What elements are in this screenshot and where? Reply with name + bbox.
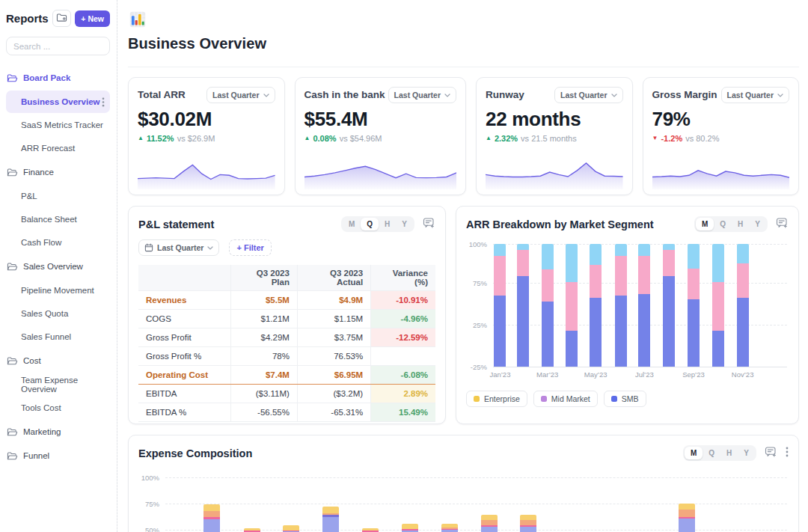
sidebar-folder-marketing[interactable]: Marketing (6, 420, 110, 444)
sidebar-item-business-overview[interactable]: Business Overview (6, 91, 110, 113)
pnl-comment-button[interactable] (423, 217, 435, 231)
pnl-row-gross-profit: Gross Profit$4.29M$3.75M-12.59% (138, 328, 435, 347)
arr-segment-smb (615, 296, 627, 367)
new-report-button[interactable]: + New (75, 10, 110, 27)
sidebar-item-cash-flow[interactable]: Cash Flow (6, 231, 110, 254)
sidebar-item-balance-sheet[interactable]: Balance Sheet (6, 208, 110, 230)
comment-plus-icon (423, 217, 435, 231)
kebab-menu-icon[interactable] (102, 97, 105, 107)
sidebar-folder-board-pack[interactable]: Board Pack (6, 66, 110, 90)
y-axis-tick: -25% (466, 363, 487, 371)
legend-item-smb[interactable]: SMB (604, 391, 646, 407)
arr-granularity-h[interactable]: H (732, 218, 749, 230)
sidebar-item-p-l[interactable]: P&L (6, 185, 110, 207)
arr-granularity-y[interactable]: Y (749, 218, 766, 230)
kpi-card-header: Cash in the bankLast Quarter (304, 87, 456, 103)
sidebar-folder-finance[interactable]: Finance (6, 160, 110, 184)
sidebar-item-pipeline-movement[interactable]: Pipeline Movement (6, 279, 110, 302)
expense-granularity-h[interactable]: H (720, 447, 738, 459)
arr-header: ARR Breakdown by Market Segment MQHY (466, 216, 789, 232)
expense-title: Expense Composition (138, 447, 252, 459)
sidebar-folder-label: Cost (23, 356, 41, 365)
expense-comment-button[interactable] (765, 446, 777, 460)
pnl-row-ebitda: EBITDA($3.11M)($3.2M)2.89% (138, 385, 435, 403)
pnl-cell-actual: $3.75M (297, 328, 370, 347)
x-axis-tick: Nov’23 (732, 370, 754, 379)
kpi-period-dropdown[interactable]: Last Quarter (554, 87, 622, 103)
arr-segment-smb (737, 298, 749, 367)
y-axis-tick: 75% (466, 279, 487, 287)
pnl-granularity-y[interactable]: Y (396, 218, 413, 230)
expense-granularity-y[interactable]: Y (738, 447, 755, 459)
expense-segment-salmon (203, 511, 220, 517)
expense-plot-area (165, 467, 787, 532)
expense-more-button[interactable] (786, 447, 789, 459)
x-axis-tick: May’23 (584, 370, 607, 379)
x-axis-tick: Sep’23 (682, 370, 705, 379)
legend-label: Enterprise (484, 394, 520, 403)
pnl-period-dropdown[interactable]: Last Quarter (138, 239, 219, 256)
pnl-granularity-control: MQHY (341, 216, 414, 232)
arr-bar-3 (566, 244, 578, 367)
expense-bar-8 (520, 515, 536, 532)
sidebar-header: Reports + New (6, 10, 110, 27)
main-content: Business Overview Total ARRLast Quarter$… (117, 0, 808, 532)
sidebar-folder-sales-overview[interactable]: Sales Overview (6, 254, 110, 278)
sidebar-item-label: Business Overview (21, 97, 100, 106)
arr-granularity-control: MQHY (694, 216, 768, 232)
arr-granularity-q[interactable]: Q (714, 218, 732, 230)
sidebar-item-sales-funnel[interactable]: Sales Funnel (6, 325, 110, 348)
kpi-card-header: RunwayLast Quarter (486, 87, 623, 103)
x-axis-tick: Jul’23 (635, 370, 654, 379)
triangle-down-icon: ▼ (652, 135, 658, 141)
kpi-card-total-arr: Total ARRLast Quarter$30.02M▲11.52%vs $2… (128, 77, 285, 195)
pnl-granularity-q[interactable]: Q (361, 218, 379, 230)
kpi-period-dropdown[interactable]: Last Quarter (206, 87, 275, 103)
expense-granularity-m[interactable]: M (685, 447, 703, 459)
legend-label: Mid Market (551, 394, 590, 403)
sidebar-folder-cost[interactable]: Cost (6, 349, 110, 373)
sidebar-item-saas-metrics-tracker[interactable]: SaaS Metrics Tracker (6, 114, 110, 136)
search-input[interactable] (6, 37, 110, 55)
expense-segment-salmon (679, 510, 695, 517)
legend-item-enterprise[interactable]: Enterprise (466, 391, 527, 407)
arr-granularity-m[interactable]: M (696, 218, 714, 230)
gridline (493, 367, 787, 367)
arr-comment-button[interactable] (776, 217, 789, 231)
pnl-filter-button[interactable]: + Filter (229, 239, 271, 256)
kpi-period-dropdown[interactable]: Last Quarter (388, 87, 456, 103)
arr-segment-smb (688, 299, 700, 367)
arr-breakdown-card: ARR Breakdown by Market Segment MQHY 100… (456, 206, 799, 424)
kpi-sparkline (304, 155, 456, 189)
triangle-up-icon: ▲ (486, 135, 492, 141)
new-folder-button[interactable] (52, 10, 72, 27)
sidebar-item-sales-quota[interactable]: Sales Quota (6, 302, 110, 325)
legend-item-mid-market[interactable]: Mid Market (533, 391, 598, 407)
kpi-period-dropdown[interactable]: Last Quarter (721, 87, 789, 103)
expense-header: Expense Composition MQHY (138, 445, 789, 461)
pnl-granularity-m[interactable]: M (343, 218, 361, 230)
arr-segment-enterprise (590, 244, 602, 265)
legend-dot (611, 396, 617, 402)
pnl-cell-actual: $6.95M (297, 366, 370, 385)
sidebar-item-tools-cost[interactable]: Tools Cost (6, 397, 110, 419)
y-axis-tick: 100% (466, 240, 487, 248)
expense-bar-12 (679, 504, 695, 532)
pnl-title: P&L statement (138, 218, 214, 230)
arr-segment-smb (590, 298, 602, 367)
pnl-header: P&L statement MQHY (138, 216, 435, 232)
expense-granularity-q[interactable]: Q (703, 447, 720, 459)
sidebar-folder-label: Funnel (23, 451, 49, 460)
pnl-granularity-h[interactable]: H (379, 218, 396, 230)
sidebar-title: Reports (6, 12, 49, 25)
expense-chart: 100%75%50% (138, 467, 789, 532)
sidebar-item-team-expense-overview[interactable]: Team Expense Overview (6, 373, 110, 396)
folder-open-icon (7, 73, 18, 83)
legend-dot (474, 396, 480, 402)
arr-bar-5 (615, 244, 627, 367)
sidebar-folder-funnel[interactable]: Funnel (6, 444, 110, 468)
sidebar-item-arr-forecast[interactable]: ARR Forecast (6, 137, 110, 159)
sidebar-item-label: Sales Funnel (21, 332, 71, 341)
folder-open-icon (7, 262, 18, 272)
expense-segment-periwinkle (481, 527, 498, 532)
